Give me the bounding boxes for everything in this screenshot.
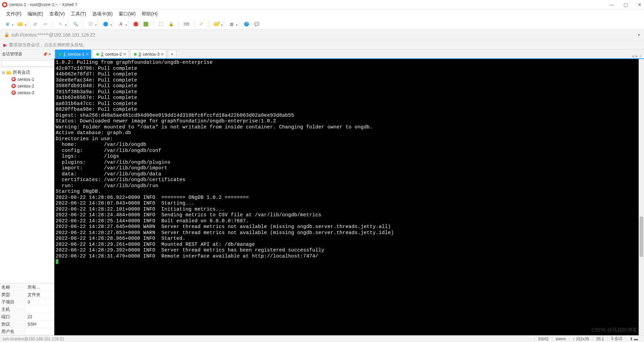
highlight-button[interactable]: ✐ [198,21,205,27]
prop-proto-k: 协议 [0,321,25,327]
pin-button[interactable]: 📌 [43,52,47,57]
address-bar: 🔒 ssh://centos:******@192.168.101.128:22… [0,30,644,40]
tab-list[interactable]: ▾ [639,54,641,58]
prop-proto-v: SSH [25,322,37,327]
session-icon [11,90,16,95]
separator [153,21,154,27]
new-session-button[interactable]: ⎚▾ [4,21,11,27]
status-sessions: 3 会话 [607,336,626,342]
tab-prev[interactable]: ◀ [631,54,634,58]
tree-root[interactable]: ⊟ 所有会话 [1,69,53,76]
tab-add[interactable]: + [168,50,176,58]
session-tree: ⊟ 所有会话 centos-1 centos-2 centos-3 [0,68,54,202]
lock-button[interactable]: 🔒 [168,21,174,27]
status-size: ↕ 152x35 [569,337,593,341]
folder-icon [6,70,11,75]
separator [194,21,194,27]
separator [83,21,83,27]
status-pos: 35,1 [592,337,607,341]
address-dropdown[interactable]: ▾ [638,33,640,37]
status-bar: ssh://centos@192.168.101.128:22 SSH2 xte… [0,335,644,342]
sidebar-close[interactable]: ✕ [47,52,52,57]
separator [128,21,128,27]
tab-close[interactable]: ✕ [161,52,164,57]
xshell-button[interactable] [132,21,139,27]
find-button[interactable]: 🔍 [72,21,79,27]
tab-close[interactable]: ✕ [86,52,89,57]
terminal-output: 1.0.2: Pulling from graphfoundation/ongd… [56,60,643,259]
menu-view[interactable]: 查看(V) [47,10,68,18]
separator [53,21,53,27]
sidebar-search: 🔍 [0,59,54,68]
copy-button[interactable]: ⿻▾ [87,21,94,27]
window-title: centos-1 - root@core-1:~ - Xshell 7 [9,2,77,7]
tree-item-label: centos-1 [17,77,34,82]
prop-port-v: 22 [25,314,32,319]
titlebar: centos-1 - root@core-1:~ - Xshell 7 — ▢ … [0,0,644,9]
tree-item-centos-3[interactable]: centos-3 [1,89,53,96]
layout-button[interactable]: ▦▾ [228,21,235,27]
app-icon [2,2,7,7]
info-bar: ▶ 要添加当前会话，点击左侧的箭头按钮。 [0,40,644,50]
tree-item-label: centos-3 [17,90,34,95]
sidebar-search-input[interactable] [1,60,55,67]
terminal[interactable]: 1.0.2: Pulling from graphfoundation/ongd… [54,59,644,335]
web-button[interactable]: ▾ [102,21,109,27]
scrollbar-thumb[interactable] [640,217,643,257]
status-connection: ssh://centos@192.168.101.128:22 [3,337,534,341]
properties-button[interactable]: ✎▾ [57,21,64,27]
keyboard-button[interactable]: ⌨ [183,21,190,27]
separator [178,21,179,27]
separator [68,21,68,27]
prop-user-k: 用户名 [0,329,25,335]
tab-centos-3[interactable]: 3 centos-3 ✕ [130,50,166,58]
sidebar-title: 会话管理器 [2,51,43,57]
tab-centos-2[interactable]: 2 centos-2 ✕ [93,50,129,58]
feedback-button[interactable]: 💬 [253,21,260,27]
menu-edit[interactable]: 编辑(E) [25,10,46,18]
maximize-button[interactable]: ▢ [623,2,628,7]
tree-root-label: 所有会话 [13,69,30,75]
menu-tools[interactable]: 工具(T) [68,10,89,18]
tree-item-centos-2[interactable]: centos-2 [1,82,53,89]
font-button[interactable]: A▾ [117,21,124,27]
prop-name-k: 名称 [0,284,25,290]
collapse-icon[interactable]: ⊟ [2,71,6,74]
minimize-button[interactable]: — [609,2,614,7]
fullscreen-button[interactable]: ⛶ [158,21,164,27]
separator [113,21,113,27]
tab-centos-1[interactable]: 1 centos-1 ✕ [55,50,91,58]
close-button[interactable]: ✕ [637,2,642,7]
session-icon [11,83,16,89]
lock-icon: 🔒 [4,32,9,37]
prop-sub-v: 3 [25,299,30,304]
status-dot-icon [59,53,61,56]
open-button[interactable]: ▾ [17,21,23,27]
separator [224,21,224,27]
tree-item-label: centos-2 [17,83,34,89]
xftp-button[interactable] [143,21,149,27]
status-term: xterm [552,337,569,341]
reconnect-button[interactable]: ⇄ [32,21,39,27]
tab-next[interactable]: ▶ [635,54,638,58]
new-folder-button[interactable]: ▾ [213,21,220,27]
separator [98,21,98,27]
flag-icon: ▶ [3,42,7,48]
status-ssh: SSH2 [534,337,552,341]
info-message: 要添加当前会话，点击左侧的箭头按钮。 [9,42,88,48]
menu-file[interactable]: 文件(F) [3,10,24,18]
toolbar: ⎚▾ ▾ ⇄ ⚮ ✎▾ 🔍 ⿻▾ ▾ A▾ ⛶ 🔒 ⌨ ✐ ▾ ▦▾ ? 💬 [0,19,644,30]
menu-help[interactable]: 帮助(H) [139,10,160,18]
properties-panel: 名称所有… 类型文件夹 子项目3 主机 端口22 协议SSH 用户名 [0,283,54,335]
help-button[interactable]: ? [243,21,250,27]
menu-window[interactable]: 窗口(W) [116,10,139,18]
cursor [56,259,58,264]
content-area: 1 centos-1 ✕ 2 centos-2 ✕ 3 centos-3 ✕ +… [54,50,644,335]
disconnect-button[interactable]: ⚮ [42,21,49,27]
tree-item-centos-1[interactable]: centos-1 [1,76,53,82]
prop-type-v: 文件夹 [25,292,41,298]
tab-close[interactable]: ✕ [123,52,126,57]
menu-tabs[interactable]: 选项卡(B) [90,10,115,18]
vertical-scrollbar[interactable] [639,59,644,335]
address-url[interactable]: ssh://centos:******@192.168.101.128:22 [11,32,95,38]
